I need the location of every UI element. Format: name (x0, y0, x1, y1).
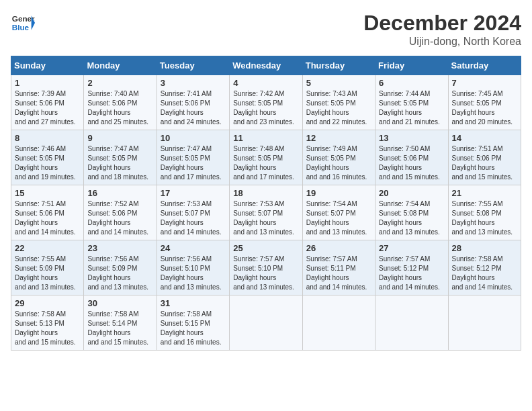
calendar-cell: 8 Sunrise: 7:46 AMSunset: 5:05 PMDayligh… (11, 130, 84, 185)
day-info: Sunrise: 7:58 AMSunset: 5:15 PMDaylight … (161, 310, 222, 346)
day-number: 9 (87, 133, 152, 143)
calendar-cell: 16 Sunrise: 7:52 AMSunset: 5:06 PMDaylig… (84, 185, 157, 240)
day-number: 25 (233, 243, 298, 253)
calendar-cell: 12 Sunrise: 7:49 AMSunset: 5:05 PMDaylig… (302, 130, 375, 185)
day-number: 3 (161, 78, 226, 88)
calendar-cell: 30 Sunrise: 7:58 AMSunset: 5:14 PMDaylig… (84, 295, 157, 351)
day-number: 17 (161, 188, 226, 198)
calendar-cell: 11 Sunrise: 7:48 AMSunset: 5:05 PMDaylig… (230, 130, 302, 185)
day-info: Sunrise: 7:51 AMSunset: 5:06 PMDaylight … (15, 200, 76, 236)
calendar-cell: 17 Sunrise: 7:53 AMSunset: 5:07 PMDaylig… (157, 185, 229, 240)
calendar-cell: 21 Sunrise: 7:55 AMSunset: 5:08 PMDaylig… (448, 185, 521, 240)
day-number: 22 (15, 243, 80, 253)
day-info: Sunrise: 7:58 AMSunset: 5:12 PMDaylight … (452, 255, 513, 291)
calendar-cell: 14 Sunrise: 7:51 AMSunset: 5:06 PMDaylig… (448, 130, 521, 185)
day-info: Sunrise: 7:46 AMSunset: 5:05 PMDaylight … (15, 145, 76, 181)
day-number: 10 (161, 133, 226, 143)
day-header-wednesday: Wednesday (230, 56, 302, 75)
calendar-cell (302, 295, 375, 351)
day-number: 31 (161, 298, 226, 308)
day-number: 23 (87, 243, 152, 253)
day-number: 2 (87, 78, 152, 88)
day-header-sunday: Sunday (11, 56, 84, 75)
day-info: Sunrise: 7:43 AMSunset: 5:05 PMDaylight … (306, 90, 367, 126)
day-info: Sunrise: 7:50 AMSunset: 5:06 PMDaylight … (379, 145, 440, 181)
calendar-table: SundayMondayTuesdayWednesdayThursdayFrid… (11, 56, 521, 351)
logo-icon: General Blue (11, 11, 35, 35)
day-number: 6 (379, 78, 444, 88)
day-info: Sunrise: 7:54 AMSunset: 5:08 PMDaylight … (379, 200, 440, 236)
calendar-cell: 4 Sunrise: 7:42 AMSunset: 5:05 PMDayligh… (230, 75, 302, 130)
day-info: Sunrise: 7:39 AMSunset: 5:06 PMDaylight … (15, 90, 76, 126)
day-info: Sunrise: 7:56 AMSunset: 5:10 PMDaylight … (161, 255, 222, 291)
day-number: 14 (452, 133, 517, 143)
calendar-cell: 20 Sunrise: 7:54 AMSunset: 5:08 PMDaylig… (375, 185, 448, 240)
day-number: 20 (379, 188, 444, 198)
day-info: Sunrise: 7:41 AMSunset: 5:06 PMDaylight … (161, 90, 222, 126)
day-number: 27 (379, 243, 444, 253)
calendar-cell: 9 Sunrise: 7:47 AMSunset: 5:05 PMDayligh… (84, 130, 157, 185)
day-info: Sunrise: 7:57 AMSunset: 5:10 PMDaylight … (233, 255, 294, 291)
day-number: 30 (87, 298, 152, 308)
day-info: Sunrise: 7:57 AMSunset: 5:12 PMDaylight … (379, 255, 440, 291)
calendar-cell: 26 Sunrise: 7:57 AMSunset: 5:11 PMDaylig… (302, 240, 375, 295)
calendar-cell: 18 Sunrise: 7:53 AMSunset: 5:07 PMDaylig… (230, 185, 302, 240)
day-header-thursday: Thursday (302, 56, 375, 75)
day-number: 15 (15, 188, 80, 198)
day-info: Sunrise: 7:52 AMSunset: 5:06 PMDaylight … (87, 200, 148, 236)
day-number: 28 (452, 243, 517, 253)
day-number: 19 (306, 188, 371, 198)
calendar-cell (448, 295, 521, 351)
day-number: 26 (306, 243, 371, 253)
calendar-cell: 25 Sunrise: 7:57 AMSunset: 5:10 PMDaylig… (230, 240, 302, 295)
day-info: Sunrise: 7:58 AMSunset: 5:13 PMDaylight … (15, 310, 76, 346)
day-number: 16 (87, 188, 152, 198)
calendar-cell: 6 Sunrise: 7:44 AMSunset: 5:05 PMDayligh… (375, 75, 448, 130)
subtitle: Uijin-dong, North Korea (363, 36, 521, 48)
day-header-friday: Friday (375, 56, 448, 75)
page-header: General Blue December 2024 Uijin-dong, N… (11, 11, 521, 48)
title-block: December 2024 Uijin-dong, North Korea (363, 11, 521, 48)
day-number: 29 (15, 298, 80, 308)
calendar-cell: 7 Sunrise: 7:45 AMSunset: 5:05 PMDayligh… (448, 75, 521, 130)
calendar-cell: 24 Sunrise: 7:56 AMSunset: 5:10 PMDaylig… (157, 240, 229, 295)
calendar-cell: 5 Sunrise: 7:43 AMSunset: 5:05 PMDayligh… (302, 75, 375, 130)
day-header-saturday: Saturday (448, 56, 521, 75)
day-info: Sunrise: 7:54 AMSunset: 5:07 PMDaylight … (306, 200, 367, 236)
day-number: 8 (15, 133, 80, 143)
main-title: December 2024 (363, 11, 521, 36)
day-number: 13 (379, 133, 444, 143)
calendar-cell (230, 295, 302, 351)
calendar-cell: 10 Sunrise: 7:47 AMSunset: 5:05 PMDaylig… (157, 130, 229, 185)
day-info: Sunrise: 7:44 AMSunset: 5:05 PMDaylight … (379, 90, 440, 126)
day-number: 24 (161, 243, 226, 253)
day-info: Sunrise: 7:55 AMSunset: 5:08 PMDaylight … (452, 200, 513, 236)
calendar-cell: 29 Sunrise: 7:58 AMSunset: 5:13 PMDaylig… (11, 295, 84, 351)
day-info: Sunrise: 7:49 AMSunset: 5:05 PMDaylight … (306, 145, 367, 181)
calendar-cell: 27 Sunrise: 7:57 AMSunset: 5:12 PMDaylig… (375, 240, 448, 295)
calendar-cell: 28 Sunrise: 7:58 AMSunset: 5:12 PMDaylig… (448, 240, 521, 295)
day-info: Sunrise: 7:56 AMSunset: 5:09 PMDaylight … (87, 255, 148, 291)
calendar-cell (375, 295, 448, 351)
day-header-monday: Monday (84, 56, 157, 75)
day-number: 12 (306, 133, 371, 143)
day-info: Sunrise: 7:58 AMSunset: 5:14 PMDaylight … (87, 310, 148, 346)
day-number: 18 (233, 188, 298, 198)
calendar-cell: 19 Sunrise: 7:54 AMSunset: 5:07 PMDaylig… (302, 185, 375, 240)
calendar-cell: 13 Sunrise: 7:50 AMSunset: 5:06 PMDaylig… (375, 130, 448, 185)
day-info: Sunrise: 7:51 AMSunset: 5:06 PMDaylight … (452, 145, 513, 181)
day-info: Sunrise: 7:53 AMSunset: 5:07 PMDaylight … (233, 200, 294, 236)
day-number: 5 (306, 78, 371, 88)
day-info: Sunrise: 7:42 AMSunset: 5:05 PMDaylight … (233, 90, 294, 126)
day-number: 7 (452, 78, 517, 88)
logo: General Blue (11, 11, 35, 35)
calendar-cell: 31 Sunrise: 7:58 AMSunset: 5:15 PMDaylig… (157, 295, 229, 351)
day-info: Sunrise: 7:55 AMSunset: 5:09 PMDaylight … (15, 255, 76, 291)
calendar-cell: 23 Sunrise: 7:56 AMSunset: 5:09 PMDaylig… (84, 240, 157, 295)
day-number: 4 (233, 78, 298, 88)
day-info: Sunrise: 7:40 AMSunset: 5:06 PMDaylight … (87, 90, 148, 126)
calendar-cell: 3 Sunrise: 7:41 AMSunset: 5:06 PMDayligh… (157, 75, 229, 130)
calendar-cell: 1 Sunrise: 7:39 AMSunset: 5:06 PMDayligh… (11, 75, 84, 130)
day-info: Sunrise: 7:53 AMSunset: 5:07 PMDaylight … (161, 200, 222, 236)
calendar-cell: 15 Sunrise: 7:51 AMSunset: 5:06 PMDaylig… (11, 185, 84, 240)
